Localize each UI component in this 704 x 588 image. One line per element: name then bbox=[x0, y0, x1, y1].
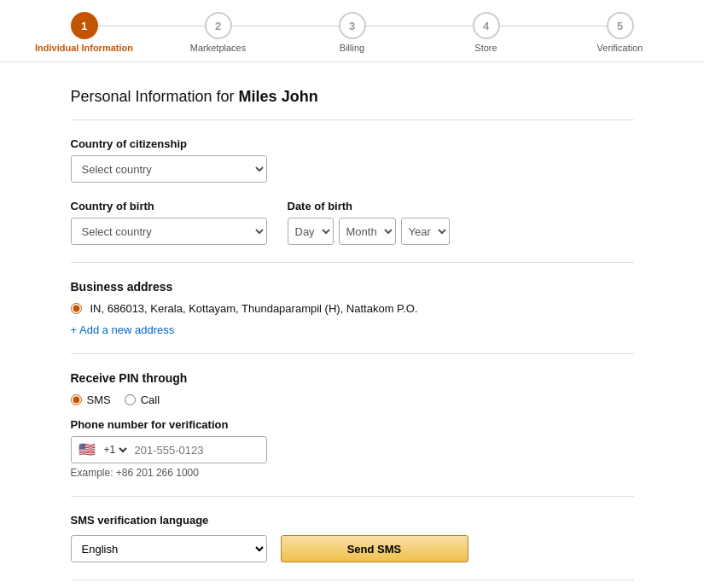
step-3: 3 Billing bbox=[285, 12, 419, 53]
step-4: 4 Store bbox=[419, 12, 553, 53]
step-2-label: Marketplaces bbox=[190, 43, 246, 53]
step-1: 1 Individual Information bbox=[17, 12, 151, 53]
title-divider bbox=[71, 119, 634, 120]
pin-title: Receive PIN through bbox=[71, 371, 634, 385]
section-divider-2 bbox=[71, 353, 634, 354]
business-address-title: Business address bbox=[71, 280, 634, 294]
dob-month-select[interactable]: Month bbox=[339, 218, 396, 245]
page-title-name: Miles John bbox=[239, 88, 318, 105]
sms-label: SMS bbox=[87, 393, 111, 406]
citizenship-select[interactable]: Select country bbox=[71, 155, 267, 183]
call-label: Call bbox=[141, 393, 160, 406]
citizenship-label: Country of citizenship bbox=[71, 137, 634, 150]
dob-year-select[interactable]: Year bbox=[401, 218, 450, 245]
sms-language-select[interactable]: English bbox=[71, 535, 267, 562]
send-sms-button[interactable]: Send SMS bbox=[281, 535, 468, 562]
business-address-section: Business address IN, 686013, Kerala, Kot… bbox=[71, 280, 634, 336]
step-4-label: Store bbox=[474, 43, 497, 53]
step-3-label: Billing bbox=[340, 43, 364, 53]
address-radio-option: IN, 686013, Kerala, Kottayam, Thundapara… bbox=[71, 302, 634, 315]
citizenship-section: Country of citizenship Select country bbox=[71, 137, 634, 183]
address-text: IN, 686013, Kerala, Kottayam, Thundapara… bbox=[90, 302, 418, 315]
sms-language-section: SMS verification language English Send S… bbox=[71, 514, 634, 562]
phone-label: Phone number for verification bbox=[71, 418, 634, 431]
pin-options-row: SMS Call bbox=[71, 393, 634, 410]
sms-lang-row: English Send SMS bbox=[71, 535, 634, 562]
add-address-link[interactable]: + Add a new address bbox=[71, 323, 175, 336]
address-radio[interactable] bbox=[71, 303, 82, 314]
step-5: 5 Verification bbox=[553, 12, 687, 53]
sms-radio[interactable] bbox=[71, 394, 82, 405]
step-4-circle: 4 bbox=[473, 12, 500, 39]
phone-field-container[interactable]: 🇺🇸 +1 bbox=[71, 436, 267, 463]
section-divider-4 bbox=[71, 579, 634, 580]
dob-selects: Day Month Year bbox=[288, 218, 450, 245]
pin-section: Receive PIN through SMS Call Phone numbe… bbox=[71, 371, 634, 479]
section-divider-3 bbox=[71, 496, 634, 497]
birth-country-select[interactable]: Select country bbox=[71, 218, 267, 245]
page-title: Personal Information for Miles John bbox=[71, 88, 634, 106]
page-title-prefix: Personal Information for bbox=[71, 88, 239, 105]
step-1-circle: 1 bbox=[71, 12, 98, 39]
main-content: Personal Information for Miles John Coun… bbox=[54, 62, 651, 588]
call-option: Call bbox=[125, 393, 160, 406]
step-1-label: Individual Information bbox=[35, 43, 133, 53]
country-code-select[interactable]: +1 bbox=[101, 443, 130, 457]
step-2: 2 Marketplaces bbox=[151, 12, 285, 53]
dob-group: Date of birth Day Month Year bbox=[288, 200, 450, 245]
phone-example: Example: +86 201 266 1000 bbox=[71, 467, 634, 479]
birth-country-label: Country of birth bbox=[71, 200, 267, 212]
sms-option: SMS bbox=[71, 393, 111, 406]
phone-input[interactable] bbox=[135, 444, 263, 457]
section-divider-1 bbox=[71, 262, 634, 263]
birth-dob-row: Country of birth Select country Date of … bbox=[71, 200, 634, 245]
step-2-circle: 2 bbox=[205, 12, 232, 39]
birth-country-group: Country of birth Select country bbox=[71, 200, 267, 245]
dob-day-select[interactable]: Day bbox=[288, 218, 334, 245]
call-radio[interactable] bbox=[125, 394, 136, 405]
stepper: 1 Individual Information 2 Marketplaces … bbox=[0, 0, 704, 62]
flag-icon: 🇺🇸 bbox=[79, 443, 96, 457]
step-5-label: Verification bbox=[597, 43, 643, 53]
step-5-circle: 5 bbox=[607, 12, 634, 39]
sms-language-label: SMS verification language bbox=[71, 514, 634, 527]
dob-label: Date of birth bbox=[288, 200, 450, 212]
step-3-circle: 3 bbox=[339, 12, 366, 39]
